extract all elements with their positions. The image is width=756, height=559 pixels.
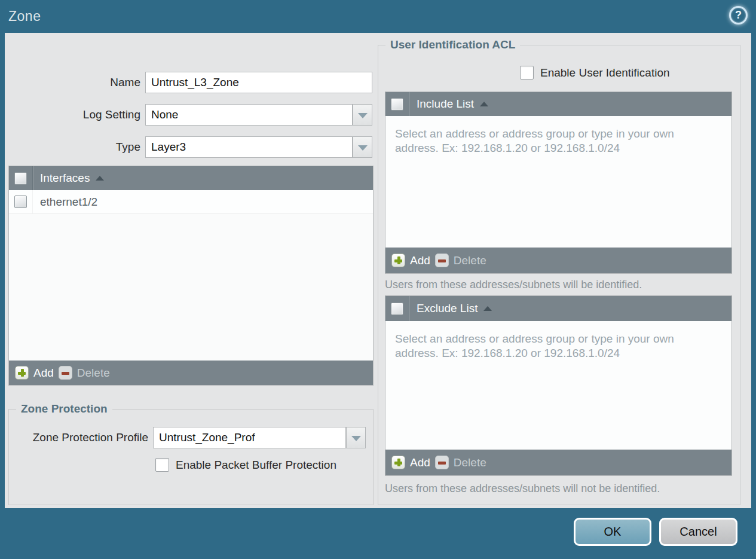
zone-protection-legend: Zone Protection [16,402,112,416]
include-list-placeholder: Select an address or address group or ty… [395,127,700,155]
chevron-down-icon [358,113,368,118]
interface-name: ethernet1/2 [33,196,97,209]
chevron-down-icon [351,436,361,441]
include-column-header[interactable]: Include List [409,97,488,111]
exclude-column-header[interactable]: Exclude List [409,302,492,315]
minus-icon [435,456,449,469]
sort-ascending-icon [480,102,488,106]
interfaces-select-all-checkbox[interactable] [14,172,27,185]
exclude-list-caption: Users from these addresses/subnets will … [385,482,660,495]
zone-protection-section: Zone Protection Zone Protection Profile … [8,409,374,505]
user-identification-acl-legend: User Identification ACL [385,38,520,51]
enable-user-identification-checkbox[interactable] [520,66,534,80]
plus-icon [391,456,405,469]
include-column-title: Include List [417,97,474,111]
delete-button[interactable]: Delete [435,456,486,469]
minus-icon [59,366,72,380]
include-select-all-checkbox[interactable] [391,98,403,111]
sort-ascending-icon [96,176,104,181]
packet-buffer-protection-checkbox[interactable] [155,458,169,472]
include-list-table: Include List Select an address or addres… [385,91,732,274]
row-checkbox-cell [9,190,33,213]
table-row[interactable]: ethernet1/2 [9,190,373,214]
type-dropdown-button[interactable] [353,136,372,158]
delete-button[interactable]: Delete [59,366,110,380]
include-list-header: Include List [385,92,731,116]
interfaces-table: Interfaces ethernet1/2 Add Delete [8,166,374,386]
type-input[interactable] [145,136,353,158]
exclude-list-body[interactable]: Select an address or address group or ty… [385,321,731,450]
log-setting-dropdown-button[interactable] [353,104,372,126]
interfaces-column-title: Interfaces [40,172,90,185]
exclude-column-title: Exclude List [417,302,478,315]
row-checkbox[interactable] [14,196,27,208]
log-setting-input[interactable] [145,104,353,126]
exclude-select-all-cell [385,296,409,321]
minus-icon [435,253,449,267]
interfaces-toolbar: Add Delete [9,361,373,385]
help-icon[interactable]: ? [729,6,748,25]
dialog-titlebar: Zone ? [0,0,756,33]
dialog-title: Zone [8,0,41,33]
add-button[interactable]: Add [391,456,430,469]
add-button[interactable]: Add [391,253,430,267]
cancel-button[interactable]: Cancel [659,518,737,546]
interfaces-table-body: ethernet1/2 [9,190,373,361]
exclude-list-placeholder: Select an address or address group or ty… [395,332,700,361]
zone-protection-profile-label: Zone Protection Profile [9,427,148,448]
include-list-body[interactable]: Select an address or address group or ty… [385,116,731,248]
name-label: Name [0,72,140,93]
sort-ascending-icon [483,306,492,311]
interfaces-table-header: Interfaces [9,166,373,190]
ok-button[interactable]: OK [574,518,651,546]
interfaces-column-header[interactable]: Interfaces [33,172,104,185]
exclude-list-header: Exclude List [385,296,731,321]
interfaces-select-all-cell [9,166,33,190]
packet-buffer-protection-label: Enable Packet Buffer Protection [176,458,336,472]
add-button[interactable]: Add [15,366,54,380]
include-list-toolbar: Add Delete [385,248,731,273]
exclude-list-table: Exclude List Select an address or addres… [385,295,732,476]
exclude-select-all-checkbox[interactable] [391,303,403,315]
plus-icon [391,253,405,267]
zone-protection-profile-input[interactable] [153,427,346,448]
log-setting-label: Log Setting [0,104,140,126]
type-label: Type [0,136,140,158]
zone-dialog: Zone ? Name Log Setting Type Interfaces [0,0,756,559]
zone-protection-profile-dropdown-button[interactable] [346,427,366,448]
plus-icon [15,366,29,380]
delete-button[interactable]: Delete [435,253,486,267]
include-list-caption: Users from these addresses/subnets will … [385,279,642,291]
enable-user-identification-label: Enable User Identification [540,66,670,80]
chevron-down-icon [358,145,368,151]
include-select-all-cell [385,92,409,116]
exclude-list-toolbar: Add Delete [385,450,731,475]
name-input[interactable] [145,72,372,93]
